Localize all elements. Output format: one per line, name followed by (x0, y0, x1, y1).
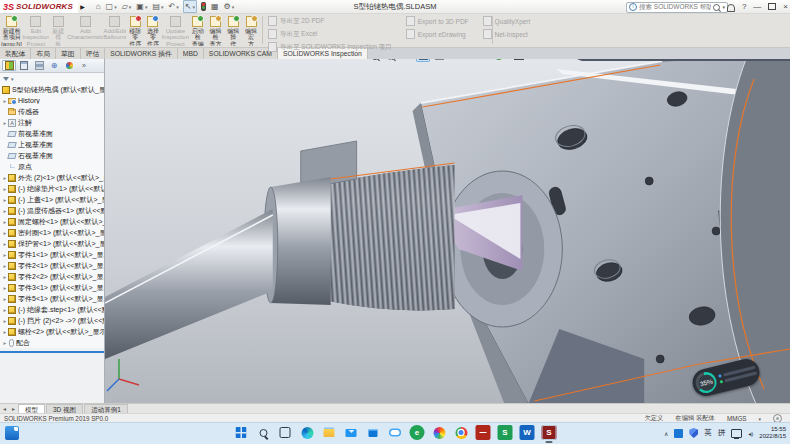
filter-caret-icon[interactable]: ▾ (11, 76, 14, 82)
command-tab[interactable]: 布局 (31, 48, 56, 59)
command-tab[interactable]: SOLIDWORKS 插件 (105, 48, 178, 59)
app-green-s-icon[interactable]: S (498, 425, 513, 440)
rebuild-traffic-light-icon[interactable] (200, 1, 207, 12)
tree-item[interactable]: 保护管<1> (默认<<默认>_显示状 (0, 238, 104, 249)
ime-mode-indicator[interactable]: 拼 (718, 428, 726, 438)
print-icon[interactable]: ▤ (151, 1, 164, 12)
tree-item[interactable]: 上视基准面 (0, 139, 104, 150)
new-template-button[interactable]: 新建模 板 (49, 14, 67, 46)
tree-item[interactable]: (-) 温度传感器<1> (默认<<默认>_ (0, 205, 104, 216)
taskbar-search-icon[interactable] (256, 425, 271, 440)
command-tab[interactable]: SOLIDWORKS CAM (204, 48, 278, 59)
app-green-e-icon[interactable]: e (410, 425, 425, 440)
command-tab[interactable]: 草图 (56, 48, 81, 59)
export-menu-item[interactable]: 导出至 SOLIDWORKS Inspection 项目 (268, 42, 392, 52)
add-edit-balloons-button[interactable]: Add/Edit Balloons (103, 14, 126, 46)
new-inspection-project-button[interactable]: 新建检 查项目 (amp;N) (1, 14, 22, 46)
tree-item[interactable]: S型铂铑热电偶 (默认<默认_显示状态-1>) (0, 84, 104, 95)
tree-item[interactable]: (-) 挡片 (2)<2> ->? (默认<<默认 (0, 315, 104, 326)
edit-inspection-method-button[interactable]: 编辑检 查方式 (207, 14, 225, 46)
filter-funnel-icon[interactable] (3, 77, 9, 81)
tree-item[interactable]: 右视基准面 (0, 150, 104, 161)
status-units[interactable]: MMGS (727, 415, 747, 422)
edge-icon[interactable] (300, 425, 315, 440)
help-button[interactable]: ? (742, 0, 746, 13)
tree-item[interactable]: 外壳 (2)<1> (默认<<默认>_显示状 (0, 172, 104, 183)
tray-chevron-icon[interactable]: ∧ (664, 430, 668, 437)
tree-item[interactable]: 固定螺栓<1> (默认<<默认>_显示 (0, 216, 104, 227)
start-button[interactable] (234, 425, 249, 440)
restore-button[interactable] (768, 3, 776, 10)
new-document-icon[interactable]: ▢ (105, 1, 118, 12)
user-account-icon[interactable] (727, 4, 735, 12)
undo-icon[interactable]: ↶ (168, 1, 180, 12)
mail-icon[interactable] (344, 425, 359, 440)
select-balloons-button[interactable]: 选择零 件序号 (144, 14, 162, 46)
units-caret-icon[interactable]: ▾ (758, 416, 761, 422)
tray-shield-icon[interactable] (689, 428, 698, 438)
minimize-button[interactable]: — (753, 0, 761, 13)
word-app-icon[interactable]: W (520, 425, 535, 440)
search-icon[interactable] (713, 4, 720, 11)
tree-item[interactable]: 零件3<1> (默认<<默认>_显示状 (0, 282, 104, 293)
dimxpertmanager-tab[interactable] (47, 60, 61, 71)
pinned-blue-doc-icon[interactable] (5, 426, 19, 440)
tree-item[interactable]: (-) 绝缘套.step<1> (默认<<默认> (0, 304, 104, 315)
search-caret-icon[interactable]: ▾ (722, 4, 725, 10)
launch-inspection-editor-button[interactable]: 启动检 查编辑 器 (189, 14, 207, 46)
panel-flyout-chevron[interactable] (77, 60, 91, 71)
tree-item[interactable]: 前视基准面 (0, 128, 104, 139)
export-menu-item[interactable]: Export eDrawing (406, 29, 469, 39)
file-explorer-icon[interactable] (322, 425, 337, 440)
tree-item[interactable]: 零件2<1> (默认<<默认>_显示状 (0, 260, 104, 271)
featuremanager-tab[interactable] (2, 60, 16, 71)
expand-arrow-icon[interactable] (2, 340, 8, 346)
app-red-icon[interactable] (476, 425, 491, 440)
store-icon[interactable] (366, 425, 381, 440)
onedrive-icon[interactable] (388, 425, 403, 440)
tree-item[interactable]: 原点 (0, 161, 104, 172)
tray-app-icon[interactable] (674, 429, 683, 438)
cast-monitor-icon[interactable] (731, 429, 742, 438)
chrome-icon[interactable] (454, 425, 469, 440)
tree-item[interactable]: (-) 绝缘垫片<1> (默认<<默认>_显 (0, 183, 104, 194)
taskbar-clock[interactable]: 15:55 2022/8/15 (759, 426, 786, 440)
tree-item[interactable]: 零件2<2> (默认<<默认>_显示状 (0, 271, 104, 282)
speaker-icon[interactable]: ◂) (748, 430, 753, 437)
color-wheel-app-icon[interactable] (432, 425, 447, 440)
edit-operation-button[interactable]: 编辑操 作 (224, 14, 242, 46)
save-icon[interactable]: ▣ (135, 1, 148, 12)
tree-item[interactable]: 密封圈<1> (默认<<默认>_显示状 (0, 227, 104, 238)
export-menu-item[interactable]: Net-Inspect (483, 29, 531, 39)
ime-language-indicator[interactable]: 英 (704, 428, 712, 438)
export-menu-item[interactable]: Export to 3D PDF (406, 16, 469, 26)
tree-item[interactable]: 传感器 (0, 106, 104, 117)
open-icon[interactable]: ▱ (121, 1, 133, 12)
displaymanager-tab[interactable] (62, 60, 76, 71)
edit-macro-button[interactable]: 编辑宏 方 (242, 14, 260, 46)
configurationmanager-tab[interactable] (32, 60, 46, 71)
export-menu-item[interactable]: QualityXpert (483, 16, 531, 26)
search-box[interactable]: i 搜索 SOLIDWORKS 帮助 ▾ (626, 2, 728, 13)
tree-item[interactable]: 零件5<1> (默认<<默认>_显示状 (0, 293, 104, 304)
command-tab[interactable]: 装配体 (0, 48, 31, 59)
3d-model-view[interactable] (105, 59, 790, 404)
home-icon[interactable]: ⌂ (95, 1, 102, 12)
display-settings-icon[interactable]: ▦ (210, 1, 220, 12)
solidworks-taskbar-icon[interactable]: S (542, 425, 557, 440)
close-button[interactable]: × (783, 0, 788, 13)
task-view-icon[interactable] (278, 425, 293, 440)
export-menu-item[interactable]: 导出至 Excel (268, 29, 392, 39)
select-cursor-icon[interactable]: ↖ (183, 0, 197, 13)
panel-splitter[interactable] (0, 351, 104, 353)
export-menu-item[interactable]: 导出至 2D PDF (268, 16, 392, 26)
tree-item[interactable]: 螺栓<2> (默认<<默认>_显示状态 (0, 326, 104, 337)
edit-inspection-project-button[interactable]: Edit Inspection Project (22, 14, 49, 46)
remove-balloons-button[interactable]: 移除零 件序号 (126, 14, 144, 46)
tree-item[interactable]: 配合 (0, 337, 104, 348)
propertymanager-tab[interactable] (17, 60, 31, 71)
menu-expand-arrow-icon[interactable]: ▶ (80, 3, 85, 10)
tree-item[interactable]: (-) 上盖<1> (默认<<默认>_显示状 (0, 194, 104, 205)
tree-item[interactable]: 注解 (0, 117, 104, 128)
add-characteristic-button[interactable]: Add Characteristic (67, 14, 103, 46)
